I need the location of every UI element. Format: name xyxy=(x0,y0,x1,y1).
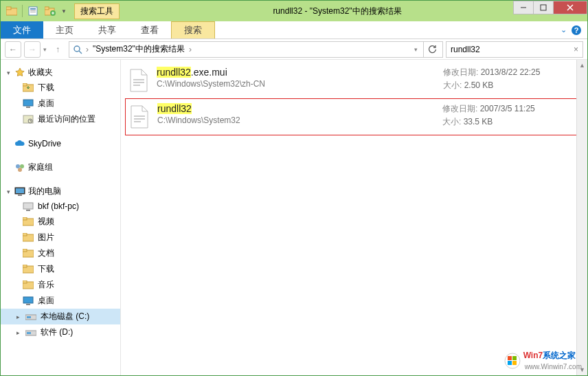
sidebar-item-label: 图片 xyxy=(38,232,54,243)
tab-view[interactable]: 查看 xyxy=(128,21,171,38)
svg-rect-26 xyxy=(18,195,22,196)
search-result-item[interactable]: rundll32C:\Windows\System32修改日期: 2007/3/… xyxy=(125,98,583,135)
search-icon xyxy=(72,44,83,55)
main-area: ▾ 收藏夹 下载 桌面 最近访问的位置 xyxy=(1,60,587,375)
sidebar-item-pictures[interactable]: 图片 xyxy=(1,230,120,245)
desktop-icon xyxy=(23,296,34,307)
sidebar-item-music[interactable]: 音乐 xyxy=(1,277,120,293)
address-bar: ← → ▾ ↑ › "System32"中的搜索结果 › ▾ × xyxy=(1,39,587,60)
sidebar-item-label: 软件 (D:) xyxy=(41,327,73,338)
sidebar-item-drive-c[interactable]: ▸本地磁盘 (C:) xyxy=(1,309,120,324)
scroll-up-icon[interactable]: ▲ xyxy=(577,60,587,71)
chevron-right-icon[interactable]: › xyxy=(189,45,192,54)
search-tools-tab[interactable]: 搜索工具 xyxy=(74,3,120,19)
sidebar-mypc-header[interactable]: ▾ 我的电脑 xyxy=(1,184,120,199)
vertical-scrollbar[interactable]: ▲ ▼ xyxy=(576,60,587,375)
search-result-item[interactable]: rundll32.exe.muiC:\Windows\System32\zh-C… xyxy=(125,63,583,98)
result-path: C:\Windows\System32\zh-CN xyxy=(157,79,436,89)
result-path: C:\Windows\System32 xyxy=(157,115,436,125)
star-icon xyxy=(14,67,25,78)
folder-icon[interactable] xyxy=(3,3,20,19)
sidebar-item-network-pc[interactable]: bkf (bkf-pc) xyxy=(1,199,120,214)
sidebar-item-recent[interactable]: 最近访问的位置 xyxy=(1,111,120,127)
svg-rect-27 xyxy=(23,203,33,209)
sidebar-item-downloads[interactable]: 下载 xyxy=(1,80,120,96)
watermark-brand: Win7 xyxy=(523,351,543,360)
svg-rect-54 xyxy=(508,361,512,365)
svg-rect-18 xyxy=(26,107,30,108)
sidebar-item-label: 文档 xyxy=(38,247,54,259)
navigation-pane: ▾ 收藏夹 下载 桌面 最近访问的位置 xyxy=(1,60,121,375)
sidebar-item-downloads[interactable]: 下载 xyxy=(1,261,120,277)
close-button[interactable] xyxy=(553,1,587,14)
svg-rect-5 xyxy=(30,12,36,12)
svg-rect-34 xyxy=(23,249,27,252)
result-filename: rundll32.exe.mui xyxy=(157,67,436,78)
maximize-button[interactable] xyxy=(533,1,554,14)
quick-access-toolbar: ▼ xyxy=(1,1,71,21)
svg-rect-45 xyxy=(133,79,144,80)
folder-icon xyxy=(23,264,34,275)
back-button[interactable]: ← xyxy=(5,41,21,58)
folder-icon xyxy=(23,232,34,243)
search-box[interactable]: × xyxy=(446,41,583,58)
recent-dropdown-icon[interactable]: ▾ xyxy=(43,46,47,53)
svg-rect-49 xyxy=(134,118,145,120)
folder-icon xyxy=(23,248,34,259)
recent-icon xyxy=(23,114,34,125)
svg-rect-44 xyxy=(27,332,31,334)
sidebar-item-videos[interactable]: 视频 xyxy=(1,214,120,230)
sidebar-favorites: ▾ 收藏夹 下载 桌面 最近访问的位置 xyxy=(1,65,120,127)
cloud-icon xyxy=(14,138,25,149)
chevron-right-icon: › xyxy=(86,45,89,54)
minimize-button[interactable] xyxy=(513,1,534,14)
new-folder-icon[interactable] xyxy=(42,3,58,19)
svg-rect-50 xyxy=(134,121,141,122)
svg-rect-32 xyxy=(23,233,27,236)
breadcrumb[interactable]: "System32"中的搜索结果 xyxy=(91,43,186,55)
sidebar-item-label: 视频 xyxy=(38,216,54,228)
sidebar-item-label: 我的电脑 xyxy=(28,186,61,197)
tab-search[interactable]: 搜索 xyxy=(171,21,215,38)
desktop-icon xyxy=(23,98,34,109)
sidebar-item-desktop[interactable]: 桌面 xyxy=(1,293,120,309)
svg-rect-1 xyxy=(6,7,11,10)
up-button[interactable]: ↑ xyxy=(49,41,66,58)
ribbon-tabs: 文件 主页 共享 查看 搜索 ⌄ ? xyxy=(1,21,587,39)
svg-rect-7 xyxy=(45,7,49,10)
qat-dropdown-icon[interactable]: ▼ xyxy=(59,3,69,19)
sidebar-item-drive-d[interactable]: ▸软件 (D:) xyxy=(1,324,120,340)
forward-button[interactable]: → xyxy=(24,41,41,58)
chevron-right-icon: ▸ xyxy=(14,313,21,320)
svg-rect-53 xyxy=(512,356,517,360)
drive-icon xyxy=(25,311,36,322)
svg-rect-38 xyxy=(23,280,27,283)
ribbon-expand-icon[interactable]: ⌄ xyxy=(561,25,567,34)
svg-text:?: ? xyxy=(574,26,579,34)
svg-rect-52 xyxy=(508,356,512,360)
tab-home[interactable]: 主页 xyxy=(43,21,86,38)
svg-point-13 xyxy=(74,46,80,52)
tab-file[interactable]: 文件 xyxy=(1,21,43,38)
sidebar-item-label: 桌面 xyxy=(38,98,54,109)
computer-icon xyxy=(14,186,25,197)
sidebar-item-label: 收藏夹 xyxy=(28,67,53,78)
sidebar-skydrive-header[interactable]: SkyDrive xyxy=(1,137,120,151)
sidebar-item-label: 家庭组 xyxy=(28,162,53,173)
sidebar-item-desktop[interactable]: 桌面 xyxy=(1,96,120,111)
sidebar-item-documents[interactable]: 文档 xyxy=(1,245,120,261)
drive-icon xyxy=(25,327,36,338)
window-title: rundll32 - "System32"中的搜索结果 xyxy=(120,5,514,17)
clear-search-icon[interactable]: × xyxy=(574,45,578,54)
chevron-right-icon: ▸ xyxy=(14,329,21,336)
sidebar-homegroup-header[interactable]: 家庭组 xyxy=(1,160,120,175)
properties-icon[interactable] xyxy=(25,3,41,19)
sidebar-favorites-header[interactable]: ▾ 收藏夹 xyxy=(1,65,120,80)
refresh-button[interactable] xyxy=(423,41,440,58)
search-input[interactable] xyxy=(451,45,574,54)
address-dropdown-icon[interactable]: ▾ xyxy=(411,46,420,53)
help-icon[interactable]: ? xyxy=(571,25,582,36)
svg-rect-3 xyxy=(30,8,36,10)
address-box[interactable]: › "System32"中的搜索结果 › ▾ xyxy=(69,41,443,58)
tab-share[interactable]: 共享 xyxy=(86,21,128,38)
